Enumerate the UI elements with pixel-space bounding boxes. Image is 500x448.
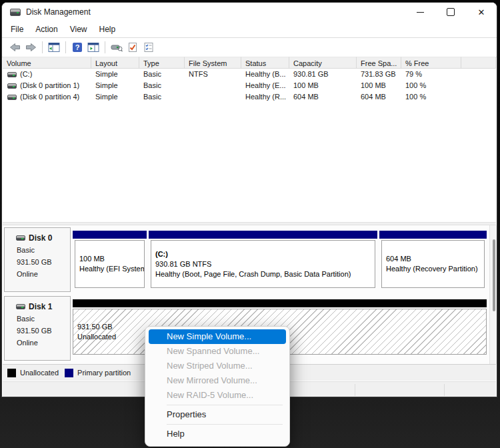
volume-pct-free: 100 % [401, 91, 461, 103]
column-header-layout[interactable]: Layout [91, 57, 139, 69]
help-icon[interactable]: ? [69, 39, 85, 55]
volume-capacity: 930.81 GB [289, 69, 357, 80]
menu-item-new-simple-volume[interactable]: New Simple Volume... [149, 329, 286, 344]
back-icon[interactable] [7, 39, 23, 55]
partition-status: Healthy (Boot, Page File, Crash Dump, Ba… [155, 269, 375, 279]
menu-item-new-raid5-volume: New RAID-5 Volume... [149, 388, 286, 403]
volume-capacity: 604 MB [289, 91, 357, 103]
menu-item-new-striped-volume: New Striped Volume... [149, 359, 286, 373]
close-icon: ✕ [478, 8, 485, 17]
svg-text:?: ? [75, 43, 80, 51]
scrollbar-thumb[interactable] [493, 239, 495, 311]
unallocated-color-bar [73, 299, 487, 307]
partition-name: (C:) [155, 249, 375, 259]
volume-free-space: 604 MB [357, 91, 401, 103]
volume-free-space: 731.83 GB [357, 69, 401, 80]
volume-status: Healthy (B... [241, 69, 289, 80]
menu-separator [167, 405, 283, 405]
forward-icon[interactable] [23, 39, 39, 55]
show-console-tree-icon[interactable] [46, 39, 62, 55]
menu-help[interactable]: Help [93, 21, 122, 37]
volume-type: Basic [139, 69, 185, 80]
toolbar: ? [2, 38, 497, 57]
partition-color-bar [149, 231, 377, 239]
column-header-type[interactable]: Type [139, 57, 185, 69]
column-header-volume[interactable]: Volume [3, 57, 91, 69]
disk1-label[interactable]: Disk 1 Basic 931.50 GB Online [4, 296, 71, 361]
column-header-empty [461, 57, 496, 69]
close-button[interactable]: ✕ [466, 3, 497, 21]
column-header-capacity[interactable]: Capacity [289, 57, 357, 69]
volume-layout: Simple [91, 91, 139, 103]
partition-c[interactable]: (C:) 930.81 GB NTFS Healthy (Boot, Page … [149, 227, 377, 292]
volume-name: (C:) [20, 69, 32, 80]
column-header-pct-free[interactable]: % Free [401, 57, 461, 69]
volume-row-partition1[interactable]: (Disk 0 partition 1) Simple Basic Health… [3, 80, 496, 91]
maximize-icon [447, 8, 455, 16]
minimize-icon [417, 12, 424, 13]
volume-type: Basic [139, 80, 185, 91]
volume-name: (Disk 0 partition 1) [20, 80, 79, 91]
disk-state: Online [17, 268, 70, 280]
desktop: { "window": { "title": "Disk Management"… [0, 0, 500, 448]
disk-kind: Basic [17, 313, 70, 325]
column-header-file-system[interactable]: File System [185, 57, 241, 69]
volume-name: (Disk 0 partition 4) [20, 91, 79, 103]
toolbar-separator [105, 41, 105, 53]
menu-bar: File Action View Help [2, 21, 497, 38]
primary-partition-swatch [65, 369, 73, 377]
menu-item-new-mirrored-volume: New Mirrored Volume... [149, 373, 286, 388]
vertical-scrollbar[interactable] [489, 225, 497, 364]
disk-kind: Basic [17, 244, 70, 256]
disk0-partitions: 100 MB Healthy (EFI System Partition) (C… [73, 227, 487, 292]
column-header-free-space[interactable]: Free Spa... [357, 57, 401, 69]
disk-icon [16, 304, 25, 309]
task-check-icon[interactable] [125, 39, 141, 55]
volume-file-system [185, 80, 241, 91]
menu-item-properties[interactable]: Properties [149, 407, 286, 422]
volume-layout: Simple [91, 69, 139, 80]
volume-row-partition4[interactable]: (Disk 0 partition 4) Simple Basic Health… [3, 91, 496, 103]
volume-list-pane: Volume Layout Type File System Status Ca… [3, 57, 496, 222]
volume-row-c[interactable]: (C:) Simple Basic NTFS Healthy (B... 930… [3, 69, 496, 80]
disk-size: 931.50 GB [17, 325, 70, 337]
menu-file[interactable]: File [5, 21, 29, 37]
menu-view[interactable]: View [64, 21, 93, 37]
app-icon [10, 9, 21, 16]
volume-capacity: 100 MB [289, 80, 357, 91]
maximize-button[interactable] [435, 3, 466, 21]
column-header-status[interactable]: Status [241, 57, 289, 69]
disk-size: 931.50 GB [17, 256, 70, 268]
partition-size: 604 MB [386, 254, 484, 264]
window-title: Disk Management [26, 7, 91, 17]
partition-status: Healthy (Recovery Partition) [386, 264, 484, 274]
partition-color-bar [73, 231, 147, 239]
status-separator [444, 384, 445, 396]
legend-primary-partition: Primary partition [65, 369, 131, 377]
volume-icon [7, 72, 17, 77]
show-action-pane-icon[interactable] [85, 39, 101, 55]
window-controls: ✕ [405, 3, 497, 21]
partition-efi[interactable]: 100 MB Healthy (EFI System Partition) [73, 227, 147, 292]
volume-file-system [185, 91, 241, 103]
partition-size: 930.81 GB NTFS [155, 259, 375, 269]
checklist-icon[interactable] [141, 39, 157, 55]
partition-status: Healthy (EFI System Partition) [79, 264, 144, 274]
status-separator [355, 384, 355, 396]
disk-name: Disk 1 [29, 301, 52, 313]
minimize-button[interactable] [405, 3, 435, 21]
partition-recovery[interactable]: 604 MB Healthy (Recovery Partition) [379, 227, 487, 292]
menu-action[interactable]: Action [29, 21, 63, 37]
volume-layout: Simple [91, 80, 139, 91]
refresh-disks-icon[interactable] [109, 39, 125, 55]
volume-pct-free: 100 % [401, 80, 461, 91]
volume-status: Healthy (E... [241, 80, 289, 91]
disk0-label[interactable]: Disk 0 Basic 931.50 GB Online [4, 227, 71, 292]
menu-item-help[interactable]: Help [149, 427, 286, 441]
disk-state: Online [17, 337, 70, 349]
volume-icon [7, 95, 17, 100]
disk-name: Disk 0 [29, 232, 52, 244]
volume-pct-free: 79 % [401, 69, 461, 80]
disk0-row: Disk 0 Basic 931.50 GB Online 100 MB Hea… [3, 227, 496, 292]
volume-status: Healthy (R... [241, 91, 289, 103]
